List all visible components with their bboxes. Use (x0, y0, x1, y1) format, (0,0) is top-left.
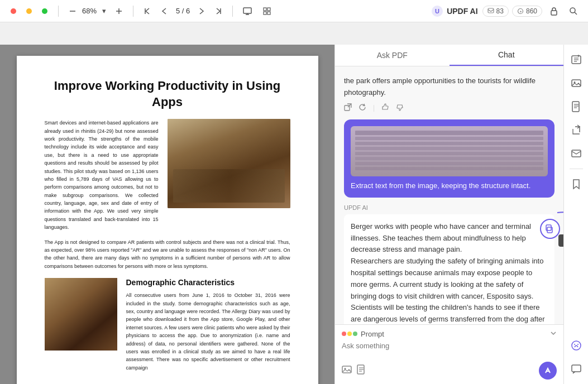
prior-msg-actions: | (344, 103, 554, 113)
pdf-title: Improve Working Productivity in Using Ap… (45, 78, 290, 110)
svg-line-22 (575, 12, 577, 15)
msg-sep-1: | (373, 104, 375, 112)
tab-ask-pdf[interactable]: Ask PDF (335, 45, 450, 66)
zoom-in-button[interactable] (112, 5, 126, 17)
dot1 (342, 332, 346, 336)
sep3 (232, 6, 233, 17)
toolbar: 68% ▾ 5 / 6 (0, 0, 588, 22)
minimize-button[interactable] (22, 6, 36, 17)
document-button[interactable] (566, 96, 587, 117)
copy-tooltip: Copy (558, 234, 563, 247)
prompt-area: Prompt (335, 324, 563, 384)
svg-rect-51 (572, 365, 581, 372)
svg-rect-13 (264, 12, 266, 15)
prompt-text: Prompt (361, 330, 384, 338)
image-attach-button[interactable] (342, 364, 352, 377)
last-page-button[interactable] (211, 5, 226, 17)
grid-button[interactable] (260, 5, 274, 17)
ocr-button[interactable] (566, 49, 587, 70)
zoom-out-button[interactable] (65, 5, 80, 17)
window-controls (7, 6, 51, 17)
prior-message-text: the park offers ample opportunities to t… (344, 75, 554, 99)
pdf-body-text2: The App is not designed to compare AR pa… (45, 238, 290, 271)
svg-rect-17 (488, 8, 494, 13)
svg-rect-12 (267, 8, 270, 11)
main-area: Improve Working Productivity in Using Ap… (0, 45, 588, 384)
app-name: UPDF AI (447, 7, 477, 16)
first-page-button[interactable] (140, 5, 155, 17)
prompt-input[interactable] (342, 342, 557, 357)
badge2-value: 860 (526, 7, 537, 15)
pdf-bottom-row: Demographic Characteristics All consecut… (45, 278, 290, 372)
copy-circle-button[interactable] (540, 219, 560, 239)
ai-assist-button[interactable] (566, 335, 587, 356)
zoom-value: 68% (82, 7, 97, 15)
zoom-display: 68% (82, 7, 97, 15)
user-message-image (351, 126, 548, 176)
panel-tabs: Ask PDF Chat (335, 45, 563, 66)
thumbs-up-button-1[interactable] (381, 103, 389, 113)
chat-messages[interactable]: the park offers ample opportunities to t… (335, 66, 563, 324)
badge-tokens: ✦ 860 (512, 6, 542, 17)
prompt-header: Prompt (342, 329, 557, 338)
badge1-value: 83 (496, 7, 504, 15)
lock-button[interactable] (547, 4, 561, 18)
svg-rect-43 (572, 102, 579, 112)
prompt-dropdown-button[interactable] (550, 329, 557, 338)
zoom-dropdown-button[interactable]: ▾ (99, 4, 109, 17)
send-button[interactable] (539, 362, 557, 380)
maximize-button[interactable] (38, 6, 51, 17)
pdf-page: Improve Working Productivity in Using Ap… (17, 56, 318, 384)
app-logo: U UPDF AI (431, 5, 477, 17)
prompt-dots (342, 332, 357, 336)
sep2 (133, 6, 133, 17)
mail-button[interactable] (566, 143, 587, 164)
file-attach-button[interactable] (356, 364, 366, 377)
prev-page-button[interactable] (157, 5, 171, 17)
external-link-button[interactable] (344, 103, 352, 113)
ai-response-container: UPDF AI Berger works with people who hav… (344, 204, 554, 324)
right-panel: Ask PDF Chat the park offers ample oppor… (334, 45, 563, 384)
tab-chat[interactable]: Chat (450, 45, 564, 66)
svg-text:U: U (435, 8, 439, 15)
prompt-bottom (342, 362, 557, 380)
thumbs-down-button-1[interactable] (396, 103, 404, 113)
close-button[interactable] (7, 6, 20, 17)
comment-button[interactable] (566, 358, 587, 380)
pdf-viewer[interactable]: Improve Working Productivity in Using Ap… (0, 45, 334, 384)
page-display: 5 / 6 (174, 7, 192, 15)
prompt-label: Prompt (342, 330, 384, 338)
svg-rect-8 (243, 8, 251, 13)
svg-rect-11 (264, 8, 266, 11)
user-message-text: Extract text from the image, keeping the… (351, 181, 548, 191)
dot3 (353, 332, 357, 336)
svg-rect-41 (572, 80, 581, 87)
user-message: Extract text from the image, keeping the… (344, 119, 554, 198)
svg-point-49 (574, 344, 575, 345)
svg-rect-47 (572, 150, 581, 157)
svg-point-0 (11, 8, 16, 14)
pdf-two-col: Smart devices and internet-based applica… (45, 119, 290, 231)
svg-point-50 (577, 344, 579, 345)
pdf-body-text: Smart devices and internet-based applica… (45, 119, 159, 231)
share-button[interactable] (566, 119, 587, 141)
image-button[interactable] (566, 73, 587, 94)
presentation-button[interactable] (240, 5, 255, 17)
pdf-section-title: Demographic Characteristics (126, 278, 290, 287)
prompt-icons (342, 364, 366, 377)
prior-message: the park offers ample opportunities to t… (344, 75, 554, 113)
refresh-button-1[interactable] (358, 103, 366, 113)
svg-text:✦: ✦ (519, 10, 522, 13)
bookmark-button[interactable] (566, 174, 587, 195)
svg-rect-30 (342, 366, 351, 373)
pdf-image-1 (168, 119, 290, 208)
pdf-section-text: All consecutive users from June 1, 2016 … (126, 291, 290, 372)
ai-label: UPDF AI (344, 204, 554, 211)
ai-response-text: Berger works with people who have cancer… (351, 221, 548, 324)
sep1 (58, 6, 59, 17)
search-button[interactable] (566, 4, 581, 18)
next-page-button[interactable] (194, 5, 209, 17)
svg-point-1 (26, 8, 32, 14)
navigation-controls: 5 / 6 (140, 5, 226, 17)
pdf-image-2 (45, 278, 117, 351)
